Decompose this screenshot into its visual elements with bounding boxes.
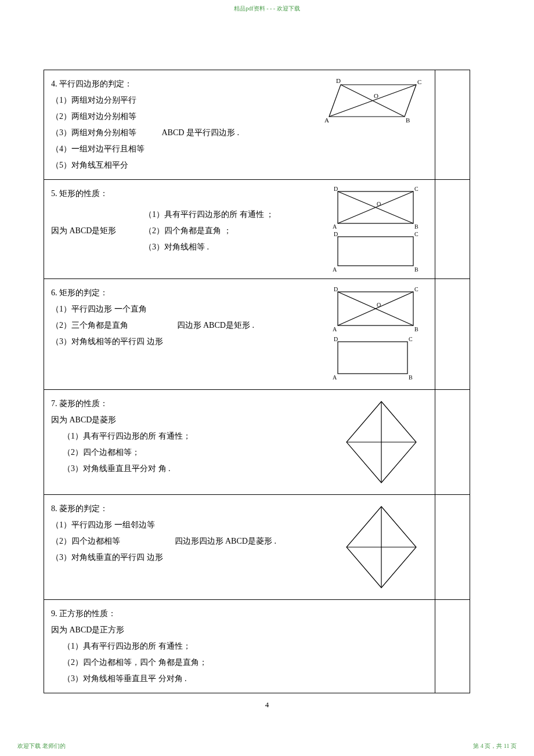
list-item: （2）两组对边分别相等 <box>51 108 306 125</box>
section-title: 8. 菱形的判定： <box>51 501 323 517</box>
figure-rhombus-2 <box>323 501 428 594</box>
svg-text:D: D <box>334 186 338 192</box>
page-number: 4 <box>0 700 534 710</box>
section-title: 9. 正方形的性质： <box>51 606 428 622</box>
parallelogram-icon: A B C D O <box>317 76 428 128</box>
list-item: （1）具有平行四边形的所 有通性； <box>51 428 323 444</box>
table-row: 8. 菱形的判定： （1）平行四边形 一组邻边等 （2）四个边都相等 四边形四边… <box>44 495 470 600</box>
table-row: 6. 矩形的判定： （1）平行四边形 一个直角 （2）三个角都是直角 四边形 A… <box>44 279 470 390</box>
cell-side <box>435 495 470 600</box>
cell-main: 7. 菱形的性质： 因为 ABCD是菱形 （1）具有平行四边形的所 有通性； （… <box>44 390 435 495</box>
table-row: 9. 正方形的性质： 因为 ABCD是正方形 （1）具有平行四边形的所 有通性；… <box>44 600 470 693</box>
cell-side <box>435 390 470 495</box>
list-item: （5）对角线互相平分 <box>51 157 306 173</box>
svg-text:C: C <box>414 231 418 237</box>
svg-text:A: A <box>333 326 337 332</box>
cell-main: 8. 菱形的判定： （1）平行四边形 一组邻边等 （2）四个边都相等 四边形四边… <box>44 495 435 600</box>
svg-text:O: O <box>374 92 378 99</box>
conclusion-text: 四边形 ABCD是矩形 . <box>177 317 254 334</box>
svg-text:D: D <box>336 77 341 84</box>
list-item: （2）三个角都是直角 <box>51 321 128 330</box>
section-6-text: 6. 矩形的判定： （1）平行四边形 一个直角 （2）三个角都是直角 四边形 A… <box>51 285 317 350</box>
table-row: 4. 平行四边形的判定： （1）两组对边分别平行 （2）两组对边分别相等 （3）… <box>44 70 470 180</box>
table-row: 5. 矩形的性质： 因为 ABCD是矩形 （1）具有平行四边形的所 有通性 ； … <box>44 180 470 279</box>
list-item: （3）对角线相等垂直且平 分对角 . <box>51 671 428 687</box>
cell-side <box>435 70 470 180</box>
list-item: （2）四个角都是直角 ； <box>144 223 317 239</box>
section-title: 6. 矩形的判定： <box>51 285 317 301</box>
svg-rect-16 <box>338 237 413 266</box>
figure-rectangle-pair: D C A B O D C A B <box>317 186 428 273</box>
list-item: （1）平行四边形 一组邻边等 <box>51 517 323 533</box>
section-5-text: 5. 矩形的性质： 因为 ABCD是矩形 （1）具有平行四边形的所 有通性 ； … <box>51 186 317 255</box>
cell-side <box>435 180 470 279</box>
svg-text:C: C <box>409 336 413 342</box>
table-row: 7. 菱形的性质： 因为 ABCD是菱形 （1）具有平行四边形的所 有通性； （… <box>44 390 470 495</box>
page: 精品pdf资料 - - - 欢迎下载 4. 平行四边形的判定： （1）两组对边分… <box>0 0 534 756</box>
list-item: （4）一组对边平行且相等 <box>51 141 306 157</box>
cell-main: 9. 正方形的性质： 因为 ABCD是正方形 （1）具有平行四边形的所 有通性；… <box>44 600 435 693</box>
svg-text:A: A <box>333 223 337 230</box>
cell-side <box>435 279 470 390</box>
svg-text:C: C <box>417 78 421 85</box>
figure-parallelogram: A B C D O <box>306 76 428 128</box>
svg-rect-29 <box>338 342 407 374</box>
list-item: （3）两组对角分别相等 <box>51 128 136 137</box>
svg-text:A: A <box>324 117 329 124</box>
cell-main: 5. 矩形的性质： 因为 ABCD是矩形 （1）具有平行四边形的所 有通性 ； … <box>44 180 435 279</box>
svg-text:B: B <box>414 223 418 230</box>
list-item: （1）平行四边形 一个直角 <box>51 301 317 317</box>
figure-rhombus <box>323 396 428 489</box>
svg-text:O: O <box>377 201 381 207</box>
cell-main: 4. 平行四边形的判定： （1）两组对边分别平行 （2）两组对边分别相等 （3）… <box>44 70 435 180</box>
svg-text:A: A <box>333 374 337 381</box>
list-item: （3）对角线相等的平行四 边形 <box>51 334 317 350</box>
section-title: 5. 矩形的性质： <box>51 186 317 202</box>
svg-text:B: B <box>414 266 418 273</box>
section-4-text: 4. 平行四边形的判定： （1）两组对边分别平行 （2）两组对边分别相等 （3）… <box>51 76 306 173</box>
section-7-text: 7. 菱形的性质： 因为 ABCD是菱形 （1）具有平行四边形的所 有通性； （… <box>51 396 323 477</box>
svg-text:D: D <box>334 336 338 342</box>
section-9-text: 9. 正方形的性质： 因为 ABCD是正方形 （1）具有平行四边形的所 有通性；… <box>51 606 428 687</box>
rectangle-icon: D C A B O D C A B <box>329 285 428 384</box>
footer-left: 欢迎下载 老师们的 <box>17 742 66 750</box>
svg-text:B: B <box>406 117 410 124</box>
list-item: （1）具有平行四边形的所 有通性 ； <box>144 207 317 223</box>
footer-right: 第 4 页，共 11 页 <box>473 742 517 750</box>
list-item: （1）具有平行四边形的所 有通性； <box>51 638 428 654</box>
rhombus-icon <box>335 501 428 594</box>
header-watermark: 精品pdf资料 - - - 欢迎下载 <box>0 5 534 13</box>
lead-text: 因为 ABCD是正方形 <box>51 622 428 638</box>
cell-main: 6. 矩形的判定： （1）平行四边形 一个直角 （2）三个角都是直角 四边形 A… <box>44 279 435 390</box>
list-item: （2）四个边都相等； <box>51 444 323 461</box>
list-item: （2）四个边都相等，四个 角都是直角； <box>51 654 428 671</box>
svg-text:D: D <box>334 231 338 237</box>
figure-rectangle-pair-2: D C A B O D C A B <box>317 285 428 384</box>
rhombus-icon <box>335 396 428 489</box>
list-item: （3）对角线垂直且平分对 角 . <box>51 461 323 477</box>
svg-line-2 <box>341 85 405 117</box>
list-item: （3）对角线相等 . <box>144 239 317 255</box>
svg-text:O: O <box>377 302 381 308</box>
conclusion-text: 四边形四边形 ABCD是菱形 . <box>175 533 276 549</box>
section-8-text: 8. 菱形的判定： （1）平行四边形 一组邻边等 （2）四个边都相等 四边形四边… <box>51 501 323 566</box>
content-table: 4. 平行四边形的判定： （1）两组对边分别平行 （2）两组对边分别相等 （3）… <box>44 70 470 693</box>
svg-text:C: C <box>414 186 418 192</box>
lead-text: 因为 ABCD是菱形 <box>51 412 323 428</box>
conclusion-text: ABCD 是平行四边形 . <box>162 125 239 141</box>
svg-text:D: D <box>334 286 338 292</box>
svg-text:B: B <box>414 326 418 332</box>
section-title: 4. 平行四边形的判定： <box>51 76 306 92</box>
svg-text:B: B <box>409 374 413 381</box>
lead-text: 因为 ABCD是矩形 <box>51 223 144 239</box>
svg-text:A: A <box>333 266 337 273</box>
list-item: （2）四个边都相等 <box>51 537 120 545</box>
list-item: （1）两组对边分别平行 <box>51 92 306 108</box>
cell-side <box>435 600 470 693</box>
rectangle-icon: D C A B O D C A B <box>329 186 428 273</box>
list-item: （3）对角线垂直的平行四 边形 <box>51 549 323 566</box>
section-title: 7. 菱形的性质： <box>51 396 323 412</box>
svg-text:C: C <box>414 286 418 292</box>
